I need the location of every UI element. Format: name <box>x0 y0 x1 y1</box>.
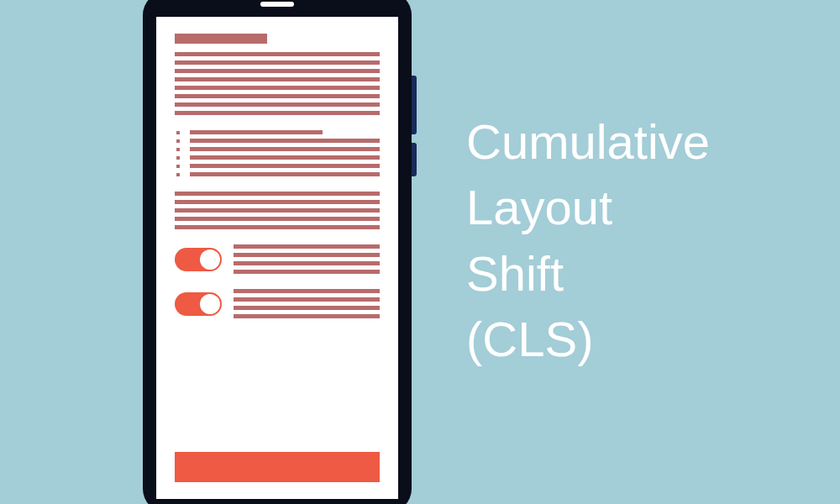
title-line: (CLS) <box>466 307 710 372</box>
toggle-row <box>175 289 380 318</box>
title-line: Layout <box>466 175 710 240</box>
text-lines <box>234 244 380 274</box>
title-line: Cumulative <box>466 109 710 175</box>
heading-placeholder <box>175 34 267 44</box>
phone-screen <box>156 17 398 499</box>
list-bullets <box>175 130 181 176</box>
cta-button-placeholder[interactable] <box>175 452 380 482</box>
content-block-list <box>175 130 380 176</box>
phone-mockup <box>143 0 412 504</box>
toggle-switch[interactable] <box>175 248 222 271</box>
text-lines <box>175 52 380 115</box>
page-title: Cumulative Layout Shift (CLS) <box>466 109 710 372</box>
phone-side-button <box>412 76 417 134</box>
title-line: Shift <box>466 241 710 307</box>
phone-side-button <box>412 143 417 176</box>
toggle-row <box>175 244 380 274</box>
phone-speaker <box>260 2 294 7</box>
text-lines <box>234 289 380 318</box>
content-block-paragraph <box>175 34 380 115</box>
toggle-switch[interactable] <box>175 292 222 316</box>
content-block-paragraph <box>175 192 380 229</box>
text-lines <box>190 130 380 176</box>
